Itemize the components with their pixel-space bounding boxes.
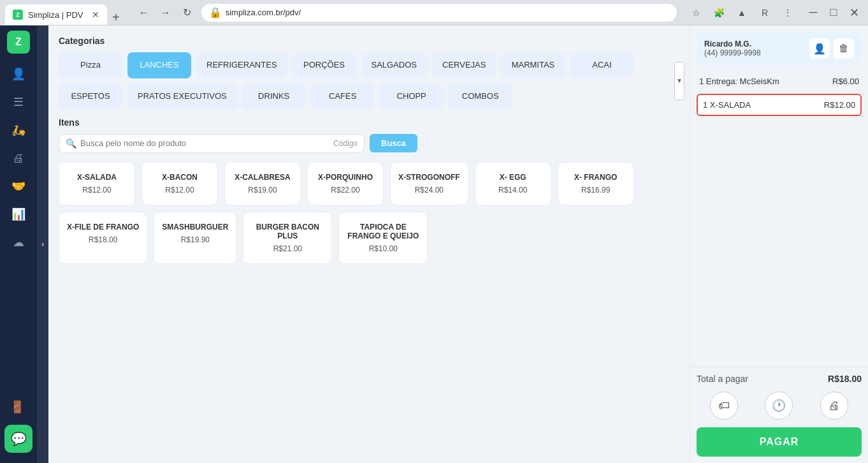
category-espetos[interactable]: ESPETOS <box>59 84 122 110</box>
window-controls: ─ □ ✕ <box>804 4 863 22</box>
product-x-porquinho[interactable]: X-PORQUINHO R$22.00 <box>307 162 384 205</box>
order-item-xsalada[interactable]: 1 X-SALADA R$12.00 <box>697 94 862 116</box>
product-tapioca[interactable]: TAPIOCA DE FRANGO E QUEIJO R$10.00 <box>338 212 428 264</box>
sidebar: Z 👤 ☰ 🛵 🖨 🤝 📊 ☁ 🚪 💬 <box>0 26 37 463</box>
google-drive-btn[interactable]: ▲ <box>733 4 751 22</box>
menu-btn[interactable]: ⋮ <box>779 4 797 22</box>
delete-customer-btn[interactable]: 🗑 <box>834 38 854 59</box>
chat-btn[interactable]: 💬 <box>4 425 33 453</box>
tab-title: Simpliza | PDV <box>28 10 83 20</box>
items-title: Itens <box>59 117 679 128</box>
pay-btn[interactable]: PAGAR <box>697 427 862 457</box>
category-pizza[interactable]: Pizza <box>59 52 122 78</box>
customer-details: Ricardo M.G. (44) 99999-9998 <box>704 40 761 57</box>
search-input[interactable] <box>80 138 329 148</box>
sidebar-item-delivery[interactable]: 🛵 <box>6 117 31 143</box>
scroll-down-arrow[interactable]: ▼ <box>674 62 684 100</box>
product-x-file-frango[interactable]: X-FILE DE FRANGO R$18.00 <box>59 212 147 264</box>
category-acai[interactable]: ACAI <box>570 52 633 78</box>
order-item-delivery-price: R$6.00 <box>832 77 859 86</box>
edit-customer-btn[interactable]: 👤 <box>809 38 830 59</box>
sidebar-item-printer[interactable]: 🖨 <box>6 145 31 171</box>
action-icons: 🏷 🕐 🖨 <box>697 392 862 420</box>
sidebar-item-menu[interactable]: ☰ <box>6 89 31 115</box>
main-content: Categorias Pizza LANCHES REFRIGERANTES P… <box>48 26 690 463</box>
browser-controls: ← → ↻ <box>135 4 196 22</box>
product-x-calabresa[interactable]: X-CALABRESA R$19.00 <box>224 162 301 205</box>
product-x-egg[interactable]: X- EGG R$14.00 <box>475 162 551 205</box>
app-body: Z 👤 ☰ 🛵 🖨 🤝 📊 ☁ 🚪 💬 › Categorias Pizza L… <box>0 26 868 463</box>
total-label: Total a pagar <box>697 374 748 384</box>
browser-tabs: Z Simpliza | PDV ✕ + <box>5 0 125 25</box>
category-drinks[interactable]: DRINKS <box>242 84 306 110</box>
search-icon: 🔍 <box>66 138 76 149</box>
order-item-delivery-label: 1 Entrega: McSeisKm <box>699 77 779 86</box>
product-x-strogonoff[interactable]: X-STROGONOFF R$24.00 <box>390 162 468 205</box>
product-x-bacon[interactable]: X-BACON R$12.00 <box>141 162 218 205</box>
profile-btn[interactable]: R <box>756 4 774 22</box>
category-pratos-executivos[interactable]: PRATOS EXECUTIVOS <box>127 84 237 110</box>
total-row: Total a pagar R$18.00 <box>697 374 862 384</box>
order-footer: Total a pagar R$18.00 🏷 🕐 🖨 PAGAR <box>690 367 868 463</box>
product-x-frango[interactable]: X- FRANGO R$16.99 <box>558 162 634 205</box>
sidebar-item-cloud[interactable]: ☁ <box>6 230 31 255</box>
product-x-salada[interactable]: X-SALADA R$12.00 <box>59 162 135 205</box>
forward-btn[interactable]: → <box>157 4 175 22</box>
order-item-delivery: 1 Entrega: McSeisKm R$6.00 <box>697 71 862 91</box>
categories-grid: Pizza LANCHES REFRIGERANTES PORÇÕES SALG… <box>59 52 679 110</box>
browser-actions: ☆ 🧩 ▲ R ⋮ <box>687 4 797 22</box>
sidebar-item-profile[interactable]: 👤 <box>6 61 31 87</box>
category-marmitas[interactable]: MARMITAS <box>501 52 565 78</box>
print-btn[interactable]: 🖨 <box>820 392 848 420</box>
sidebar-item-exit[interactable]: 🚪 <box>4 394 30 420</box>
close-window-btn[interactable]: ✕ <box>845 4 863 22</box>
total-amount: R$18.00 <box>828 374 862 384</box>
order-item-xsalada-price: R$12.00 <box>824 100 855 110</box>
product-smashburguer[interactable]: SMASHBURGUER R$19.90 <box>154 212 236 264</box>
products-grid: X-SALADA R$12.00 X-BACON R$12.00 X-CALAB… <box>59 162 679 264</box>
category-combos[interactable]: COMBOS <box>449 84 512 110</box>
customer-info: Ricardo M.G. (44) 99999-9998 👤 🗑 <box>697 32 862 65</box>
tab-favicon: Z <box>13 10 23 20</box>
category-cervejas[interactable]: CERVEJAS <box>432 52 496 78</box>
category-salgados[interactable]: SALGADOS <box>361 52 428 78</box>
search-bar: 🔍 Código Busca <box>59 134 679 153</box>
customer-actions: 👤 🗑 <box>809 38 854 59</box>
sidebar-logo: Z <box>7 31 30 54</box>
category-chopp[interactable]: CHOPP <box>380 84 444 110</box>
customer-name: Ricardo M.G. <box>704 40 761 48</box>
category-cafes[interactable]: CAFES <box>311 84 375 110</box>
search-code-label: Código <box>333 139 358 148</box>
sidebar-item-partners[interactable]: 🤝 <box>6 173 31 199</box>
maximize-btn[interactable]: □ <box>825 4 843 22</box>
category-refrigerantes[interactable]: REFRIGERANTES <box>196 52 287 78</box>
new-tab-btn[interactable]: + <box>107 10 125 25</box>
category-lanches[interactable]: LANCHES <box>127 52 191 78</box>
search-wrap: 🔍 Código <box>59 134 365 153</box>
bookmark-btn[interactable]: ☆ <box>687 4 705 22</box>
tab-close-btn[interactable]: ✕ <box>92 10 99 20</box>
reload-btn[interactable]: ↻ <box>178 4 196 22</box>
product-burger-bacon-plus[interactable]: BURGER BACON PLUS R$21.00 <box>243 212 332 264</box>
category-porcoes[interactable]: PORÇÕES <box>293 52 356 78</box>
order-item-xsalada-label: 1 X-SALADA <box>703 100 751 110</box>
address-input[interactable] <box>226 8 669 17</box>
order-items-list: 1 Entrega: McSeisKm R$6.00 1 X-SALADA R$… <box>690 71 868 367</box>
categories-title: Categorias <box>59 36 679 46</box>
sidebar-bottom: 🚪 💬 <box>4 394 33 458</box>
browser-chrome: Z Simpliza | PDV ✕ + ← → ↻ 🔒 ☆ 🧩 ▲ R ⋮ ─… <box>0 0 868 26</box>
right-panel: Ricardo M.G. (44) 99999-9998 👤 🗑 1 Entre… <box>690 26 868 463</box>
lock-icon: 🔒 <box>209 6 222 18</box>
minimize-btn[interactable]: ─ <box>804 4 822 22</box>
extensions-btn[interactable]: 🧩 <box>710 4 728 22</box>
address-bar-wrap: 🔒 <box>201 4 677 22</box>
sidebar-expand-btn[interactable]: › <box>37 26 48 463</box>
customer-phone: (44) 99999-9998 <box>704 48 761 57</box>
back-btn[interactable]: ← <box>135 4 153 22</box>
search-btn[interactable]: Busca <box>370 134 417 152</box>
history-btn[interactable]: 🕐 <box>765 392 793 420</box>
browser-tab[interactable]: Z Simpliza | PDV ✕ <box>5 4 107 25</box>
sidebar-item-reports[interactable]: 📊 <box>6 202 31 227</box>
discount-btn[interactable]: 🏷 <box>710 392 738 420</box>
